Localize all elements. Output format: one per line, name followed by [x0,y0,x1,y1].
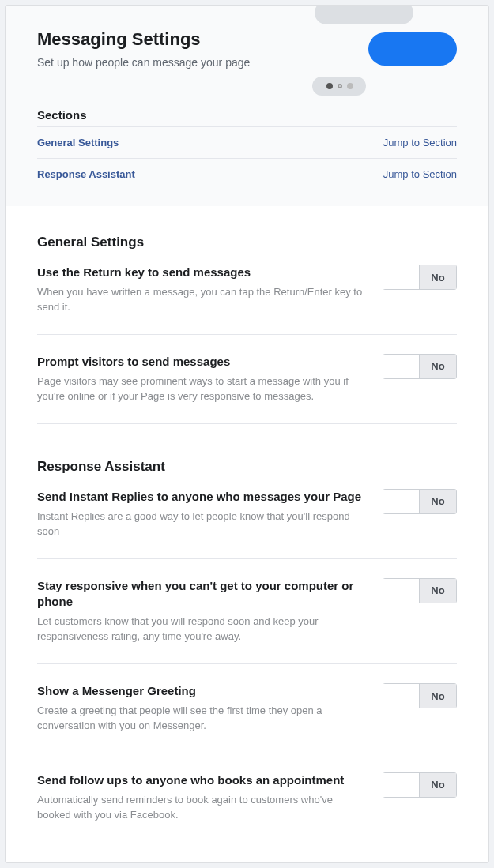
section-link-assistant[interactable]: Response Assistant [37,168,135,180]
typing-indicator-icon [312,77,366,96]
setting-desc: Page visitors may see prominent ways to … [37,374,367,404]
setting-title: Stay responsive when you can't get to yo… [37,578,367,611]
toggle-stay-responsive[interactable]: No [383,578,457,603]
setting-row-instant-replies: Send Instant Replies to anyone who messa… [37,489,457,559]
toggle-yes[interactable] [383,490,420,513]
toggle-instant-replies[interactable]: No [383,489,457,514]
setting-title: Send Instant Replies to anyone who messa… [37,489,367,505]
toggle-no[interactable]: No [420,355,456,378]
general-heading: General Settings [37,235,457,250]
setting-row-prompt-visitors: Prompt visitors to send messages Page vi… [37,354,457,424]
toggle-return-key[interactable]: No [383,265,457,290]
toggle-yes[interactable] [383,773,420,797]
section-link-general[interactable]: General Settings [37,137,119,148]
dot-icon [338,84,342,88]
bubble-decoration-blue [368,32,457,66]
setting-row-return-key: Use the Return key to send messages When… [37,265,457,335]
toggle-no[interactable]: No [420,773,456,797]
toggle-yes[interactable] [383,579,420,603]
setting-desc: Instant Replies are a good way to let pe… [37,509,367,539]
toggle-yes[interactable] [383,265,420,289]
sections-heading: Sections [37,108,457,122]
toggle-follow-ups[interactable]: No [383,772,457,798]
dot-icon [347,83,353,89]
setting-title: Show a Messenger Greeting [37,683,367,699]
jump-link-assistant[interactable]: Jump to Section [383,168,457,180]
bubble-decoration-gray [315,5,413,24]
setting-desc: When you have written a message, you can… [37,285,367,315]
setting-desc: Automatically send reminders to book aga… [37,793,367,823]
jump-link-general[interactable]: Jump to Section [383,137,457,148]
setting-title: Prompt visitors to send messages [37,354,367,370]
setting-title: Send follow ups to anyone who books an a… [37,772,367,788]
toggle-yes[interactable] [383,355,420,378]
setting-row-follow-ups: Send follow ups to anyone who books an a… [37,772,457,842]
toggle-no[interactable]: No [420,265,456,289]
body-block: General Settings Use the Return key to s… [6,206,488,863]
dot-icon [326,83,333,89]
setting-desc: Create a greeting that people will see t… [37,704,367,734]
setting-desc: Let customers know that you will respond… [37,614,367,644]
setting-row-greeting: Show a Messenger Greeting Create a greet… [37,683,457,753]
toggle-no[interactable]: No [420,490,456,513]
toggle-yes[interactable] [383,684,420,708]
assistant-heading: Response Assistant [37,459,457,475]
toggle-greeting[interactable]: No [383,683,457,708]
section-link-row: Response Assistant Jump to Section [37,158,457,190]
settings-card: Messaging Settings Set up how people can… [5,5,489,863]
toggle-prompt-visitors[interactable]: No [383,354,457,379]
section-link-row: General Settings Jump to Section [37,126,457,158]
setting-title: Use the Return key to send messages [37,265,367,280]
setting-row-stay-responsive: Stay responsive when you can't get to yo… [37,578,457,664]
toggle-no[interactable]: No [420,684,456,708]
header-block: Messaging Settings Set up how people can… [6,6,488,206]
toggle-no[interactable]: No [420,579,456,603]
